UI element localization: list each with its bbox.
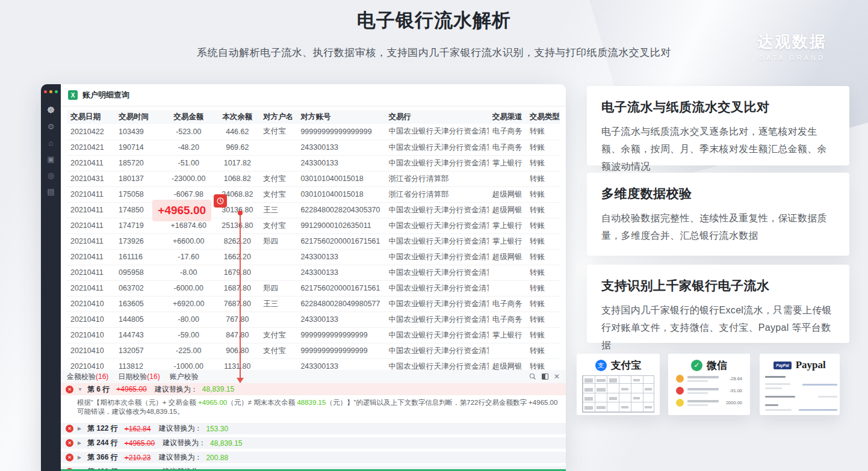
image-icon[interactable]: ▣ xyxy=(47,155,54,163)
table-row[interactable]: 20210410132057-225.00906.80支付宝9999999999… xyxy=(67,343,560,359)
table-cell: 20210410 xyxy=(67,359,115,370)
app-window: ☸ ⚙ ⌂ ▣ ◎ ▤ X 账户明细查询 交易日期交易时间交易金额本次余额对方户… xyxy=(41,84,566,471)
table-row[interactable]: 20210410144805-80.00767.80243300133中国农业银… xyxy=(67,312,560,327)
caret-icon[interactable]: ▶ xyxy=(78,440,83,446)
table-row[interactable]: 20210410113812-1000.001131.80243300133中国… xyxy=(67,359,560,370)
merchant-icon xyxy=(676,375,684,383)
table-row[interactable]: 20210411185720-51.001017.82243300133中国农业… xyxy=(67,155,560,171)
table-body: 20210422103439-523.00446.62支付宝9999999999… xyxy=(67,124,560,370)
table-cell: 113812 xyxy=(115,359,162,370)
table-cell: 6217560200001671561 xyxy=(297,233,385,249)
close-panel-icon[interactable]: ✕ xyxy=(554,372,560,381)
table-cell: 中国农业银行天津分行资金清算中心 xyxy=(385,312,489,327)
table-cell: 1679.80 xyxy=(215,265,259,280)
table-cell: 转账 xyxy=(526,218,560,233)
table-cell: 190714 xyxy=(115,140,162,155)
table-row[interactable]: 20210421190714-48.20969.62243300133中国农业银… xyxy=(67,140,560,155)
caret-icon[interactable]: ▼ xyxy=(78,387,83,392)
table-cell: 144805 xyxy=(115,312,162,327)
column-header: 交易金额 xyxy=(162,110,215,124)
search-icon[interactable] xyxy=(529,373,536,380)
table-cell: 7687.80 xyxy=(215,296,259,312)
table-cell: 9999999999999999 xyxy=(297,327,385,343)
validation-issue-row[interactable]: ✕ ▶ 第 122 行 +162.84 建议替换为： 153.30 xyxy=(61,423,566,434)
table-cell: -17.60 xyxy=(162,249,215,265)
table-row[interactable]: 20210422103439-523.00446.62支付宝9999999999… xyxy=(67,124,560,140)
table-cell: 浙江省分行清算部 xyxy=(385,171,489,186)
error-icon: ✕ xyxy=(66,454,73,461)
table-row[interactable]: 20210411173926+6600.008262.20郑四621756020… xyxy=(67,233,560,249)
table-row[interactable]: 20210411174719+16874.6025136.80支付宝991290… xyxy=(67,218,560,233)
paypal-sample-card: PayPal Paypal xyxy=(760,354,840,415)
table-cell xyxy=(259,312,297,327)
issue-row-label: 第 244 行 xyxy=(87,438,118,448)
table-cell: 20210411 xyxy=(67,155,115,171)
wechat-amount: -91.00 xyxy=(730,388,742,393)
caret-icon[interactable]: ▶ xyxy=(78,426,83,431)
table-row[interactable]: 20210410144743-59.00847.80支付宝99999999999… xyxy=(67,327,560,343)
feature-title: 电子流水与纸质流水交叉比对 xyxy=(601,99,835,115)
table-cell: 243300133 xyxy=(297,312,385,327)
issue-old-value: +162.84 xyxy=(125,425,151,433)
validation-issue-row[interactable]: ✕ ▶ 第 244 行 +4965.00 建议替换为： 48,839.15 xyxy=(61,437,566,449)
wechat-transaction-row: -91.00 xyxy=(676,387,742,395)
coin-icon[interactable]: ◎ xyxy=(48,171,54,179)
table-cell: 20210410 xyxy=(67,296,115,312)
maximize-window-dot[interactable] xyxy=(55,90,58,93)
table-cell: 20210411 xyxy=(67,249,115,265)
table-cell: 中国农业银行天津分行资金清算中心 xyxy=(385,233,489,249)
helm-icon[interactable]: ☸ xyxy=(47,105,55,114)
table-cell: 中国农业银行天津分行资金清算中心 xyxy=(385,249,489,265)
table-cell xyxy=(259,249,297,265)
issue-suggest-label: 建议替换为： xyxy=(155,384,198,395)
table-cell: -1000.00 xyxy=(162,359,215,370)
layout-panel-icon[interactable] xyxy=(542,374,548,380)
minimize-window-dot[interactable] xyxy=(49,90,52,93)
table-cell: 103439 xyxy=(115,124,162,140)
brand-name-cn: 达观数据 xyxy=(757,31,827,52)
table-cell: 095958 xyxy=(115,265,162,280)
table-cell: 969.62 xyxy=(215,140,259,155)
table-cell: 转账 xyxy=(526,171,560,186)
tab-amount-check[interactable]: 金额校验(16) xyxy=(67,372,108,382)
table-cell: 20210411 xyxy=(67,233,115,249)
table-row[interactable]: 20210411095958-8.001679.80243300133中国农业银… xyxy=(67,265,560,280)
tab-account-check[interactable]: 账户校验 xyxy=(170,372,199,382)
column-header: 交易渠道 xyxy=(489,110,526,124)
table-cell: 25136.80 xyxy=(215,218,259,233)
table-cell: 906.80 xyxy=(215,343,259,359)
table-row[interactable]: 20210431180137-23000.001068.82支付宝0301010… xyxy=(67,171,560,186)
column-header: 交易类型 xyxy=(526,110,560,124)
table-row[interactable]: 20210411063702-6000.001687.80郑四621756020… xyxy=(67,280,560,296)
table-row[interactable]: 20210410163605+6920.007687.80王三622848002… xyxy=(67,296,560,312)
clock-badge-icon xyxy=(214,194,227,208)
gear-icon[interactable]: ⚙ xyxy=(48,123,55,131)
validation-issue-row[interactable]: ✕ ▼ 第 6 行 +4965.00 建议替换为： 48,839.15 xyxy=(61,383,566,395)
feature-body: 自动校验数据完整性、连续性及重复性，保证数据质量，多维度合并、汇总银行流水数据 xyxy=(601,210,835,245)
camera-icon[interactable]: ▤ xyxy=(47,188,54,195)
briefcase-icon[interactable]: ⌂ xyxy=(49,139,54,147)
table-cell: 支付宝 xyxy=(259,327,297,343)
tab-date-check[interactable]: 日期校验(16) xyxy=(118,372,160,382)
flagged-amount-pill[interactable]: +4965.00 xyxy=(152,200,211,221)
table-cell: -48.20 xyxy=(162,140,215,155)
table-row[interactable]: 20210411161116-17.601662.20243300133中国农业… xyxy=(67,249,560,265)
divider xyxy=(61,106,566,106)
table-row[interactable]: 20210411175058-6067.9824068.82支付宝0301010… xyxy=(67,186,560,202)
close-window-dot[interactable] xyxy=(44,90,47,93)
table-cell: +6920.00 xyxy=(162,296,215,312)
validation-issue-row[interactable]: ✕ ▶ 第 366 行 +210.23 建议替换为： 200.88 xyxy=(61,452,566,463)
feature-card: 电子流水与纸质流水交叉比对 电子流水与纸质流水交叉逐条比对，逐笔核对发生额、余额… xyxy=(587,86,849,165)
table-cell: 掌上银行 xyxy=(489,155,526,171)
table-cell xyxy=(489,343,526,359)
table-cell: 转账 xyxy=(526,312,560,327)
table-cell: 郑四 xyxy=(259,233,297,249)
table-cell: 转账 xyxy=(526,249,560,265)
table-cell: 中国农业银行天津分行资金清算中心 xyxy=(385,296,489,312)
table-cell: 173926 xyxy=(115,233,162,249)
caret-icon[interactable]: ▶ xyxy=(78,455,83,460)
table-cell: 20210421 xyxy=(67,140,115,155)
table-row[interactable]: 20210411174850+4965.0030136.80王三62284800… xyxy=(67,202,560,218)
error-icon: ✕ xyxy=(66,425,73,433)
feature-card: 多维度数据校验 自动校验数据完整性、连续性及重复性，保证数据质量，多维度合并、汇… xyxy=(587,173,849,256)
